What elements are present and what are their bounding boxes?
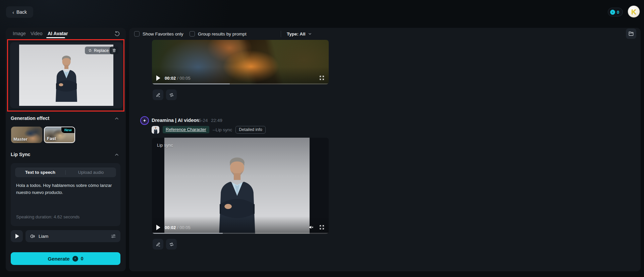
video-1-progress-fill xyxy=(152,83,230,84)
play-icon xyxy=(15,234,19,238)
trash-icon xyxy=(112,48,117,53)
credits-count: 0 xyxy=(617,10,619,15)
video-1-progress-track[interactable] xyxy=(152,83,329,84)
tab-video[interactable]: Video xyxy=(31,31,43,36)
generation-sidebar: Image Video AI Avatar Replace Generation… xyxy=(6,28,126,271)
lip-sync-tabbar: Text to speech Upload audio xyxy=(15,167,116,177)
voice-icon xyxy=(30,233,36,239)
replace-button[interactable]: Replace xyxy=(85,47,112,54)
dreamina-app: ‹ Back 0 K Image Video AI Avatar Replace xyxy=(0,0,644,277)
video-2-actions xyxy=(153,239,177,250)
fullscreen-icon[interactable] xyxy=(319,224,325,230)
type-filter-label: Type: All xyxy=(287,31,306,37)
time-separator: / xyxy=(177,225,178,230)
lip-sync-prompt-text: --Lip sync xyxy=(213,127,232,132)
effect-fast-label: Fast xyxy=(47,136,56,141)
speech-script-input[interactable]: Hola a todos. Hoy hablaremos sobre cómo … xyxy=(16,182,115,196)
results-panel: Show Favorites only Group results by pro… xyxy=(129,28,641,271)
fullscreen-icon[interactable] xyxy=(319,75,325,81)
loop-icon xyxy=(169,241,174,247)
edit-button[interactable] xyxy=(153,89,163,100)
time-separator: / xyxy=(177,76,178,81)
active-tab-underline xyxy=(46,37,65,38)
type-filter-dropdown[interactable]: Type: All xyxy=(287,30,312,38)
edit-button[interactable] xyxy=(153,239,163,250)
group-label: Group results by prompt xyxy=(198,31,247,37)
credits-badge[interactable]: 0 xyxy=(608,8,623,16)
generation-effect-title: Generation effect xyxy=(11,116,49,121)
loop-icon xyxy=(169,92,174,98)
voice-settings-icon[interactable] xyxy=(110,233,116,239)
favorites-label: Show Favorites only xyxy=(143,31,183,37)
reference-avatar-chip[interactable] xyxy=(152,126,159,134)
voice-preview-play-button[interactable] xyxy=(11,230,23,242)
pencil-icon xyxy=(155,241,161,247)
lip-sync-card: Text to speech Upload audio Hola a todos… xyxy=(11,163,120,226)
avatar-letter: K xyxy=(631,8,636,16)
credit-coin-icon xyxy=(610,10,615,15)
delete-avatar-button[interactable] xyxy=(110,47,118,54)
current-time: 00:02 xyxy=(165,225,176,230)
group-checkbox[interactable] xyxy=(190,31,195,37)
generate-button[interactable]: Generate 0 xyxy=(11,252,120,265)
voice-selector[interactable]: Liam xyxy=(25,230,120,242)
lip-sync-title: Lip Sync xyxy=(11,152,30,157)
reset-history-icon[interactable] xyxy=(114,29,122,38)
tab-text-to-speech[interactable]: Text to speech xyxy=(15,170,65,175)
result-video-2[interactable]: Lip sync 00:02 / 00:05 xyxy=(152,138,329,234)
regenerate-button[interactable] xyxy=(166,89,177,100)
generate-label: Generate xyxy=(48,256,70,262)
video-2-overlay-label: Lip sync xyxy=(157,143,173,148)
tab-ai-avatar[interactable]: AI Avatar xyxy=(48,31,68,36)
collapse-lip-sync-icon[interactable] xyxy=(114,151,120,158)
video-1-time: 00:02 / 00:05 xyxy=(165,76,191,81)
dreamina-logo-icon xyxy=(140,116,149,125)
video-2-progress-fill xyxy=(152,233,223,234)
effect-option-fast[interactable]: New Fast xyxy=(44,127,75,143)
asset-manager-button[interactable] xyxy=(626,28,636,39)
video-1-controls: 00:02 / 00:05 xyxy=(152,74,329,83)
group-title: Dreamina | AI videos xyxy=(152,118,199,123)
user-avatar[interactable]: K xyxy=(628,5,640,18)
collapse-generation-effect-icon[interactable] xyxy=(114,115,120,122)
back-button[interactable]: ‹ Back xyxy=(6,6,33,18)
chevron-down-icon xyxy=(308,31,312,36)
generate-coin-icon xyxy=(72,256,78,262)
total-time: 00:05 xyxy=(179,76,191,81)
play-icon[interactable] xyxy=(156,225,160,230)
video-2-time: 00:02 / 00:05 xyxy=(165,225,191,230)
pencil-icon xyxy=(155,92,161,98)
new-badge: New xyxy=(61,127,74,133)
favorites-checkbox[interactable] xyxy=(134,31,140,37)
speaking-duration-label: Speaking duration: 4.62 seconds xyxy=(16,214,79,219)
group-time: 22:49 xyxy=(211,118,222,123)
back-label: Back xyxy=(16,9,27,15)
video-2-controls: 00:02 / 00:05 xyxy=(152,223,329,232)
detailed-info-button[interactable]: Detailed info xyxy=(235,126,266,134)
reference-character-tag[interactable]: Reference Character xyxy=(163,126,209,133)
replace-label: Replace xyxy=(94,48,109,53)
play-icon[interactable] xyxy=(156,75,160,81)
tab-upload-audio[interactable]: Upload audio xyxy=(66,170,116,175)
video-2-progress-track[interactable] xyxy=(152,233,329,234)
regenerate-button[interactable] xyxy=(166,239,177,250)
group-date: 05-24 xyxy=(196,118,208,123)
generate-cost: 0 xyxy=(81,256,84,261)
toolbar-divider xyxy=(281,31,281,37)
effect-master-label: Master xyxy=(13,137,28,142)
video-1-actions xyxy=(153,89,177,100)
replace-icon xyxy=(88,48,92,53)
result-video-1[interactable]: 00:02 / 00:05 xyxy=(152,40,329,84)
effect-option-master[interactable]: Master xyxy=(11,127,42,143)
volume-muted-icon[interactable] xyxy=(308,224,314,230)
folder-icon xyxy=(628,30,634,37)
group-tags: Reference Character --Lip sync Detailed … xyxy=(152,126,266,134)
voice-name: Liam xyxy=(39,234,48,239)
uploaded-avatar-card[interactable]: Replace xyxy=(10,42,123,108)
chevron-left-icon: ‹ xyxy=(12,10,14,15)
tab-image[interactable]: Image xyxy=(13,31,26,36)
current-time: 00:02 xyxy=(165,76,176,81)
total-time: 00:05 xyxy=(179,225,191,230)
